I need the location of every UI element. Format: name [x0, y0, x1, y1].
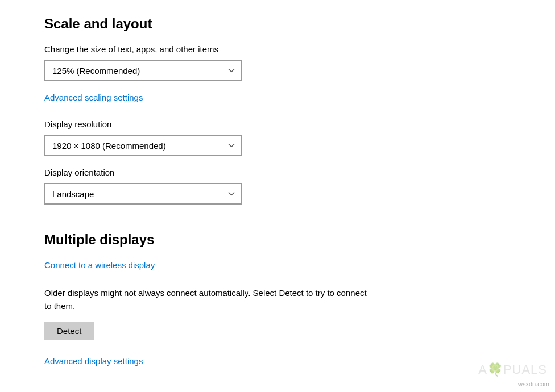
chevron-down-icon	[227, 66, 235, 74]
resolution-label: Display resolution	[44, 119, 555, 129]
chevron-down-icon	[227, 141, 235, 149]
settings-content: Scale and layout Change the size of text…	[0, 0, 555, 366]
detect-description: Older displays might not always connect …	[44, 287, 368, 312]
detect-button[interactable]: Detect	[44, 322, 94, 340]
multiple-displays-heading: Multiple displays	[44, 232, 555, 248]
orientation-dropdown[interactable]: Landscape	[44, 183, 242, 205]
advanced-display-link[interactable]: Advanced display settings	[44, 356, 143, 366]
watermark-logo: A🍀PUALS	[478, 362, 547, 377]
text-size-dropdown[interactable]: 125% (Recommended)	[44, 60, 242, 81]
advanced-scaling-link[interactable]: Advanced scaling settings	[44, 93, 143, 102]
text-size-value: 125% (Recommended)	[52, 66, 140, 76]
orientation-label: Display orientation	[44, 168, 555, 177]
resolution-dropdown[interactable]: 1920 × 1080 (Recommended)	[44, 135, 242, 156]
resolution-value: 1920 × 1080 (Recommended)	[52, 141, 166, 151]
chevron-down-icon	[227, 190, 235, 198]
orientation-value: Landscape	[52, 189, 94, 199]
scale-layout-heading: Scale and layout	[44, 16, 555, 32]
wireless-display-link[interactable]: Connect to a wireless display	[44, 260, 155, 270]
text-size-label: Change the size of text, apps, and other…	[44, 44, 555, 54]
watermark-site: wsxdn.com	[518, 381, 549, 387]
